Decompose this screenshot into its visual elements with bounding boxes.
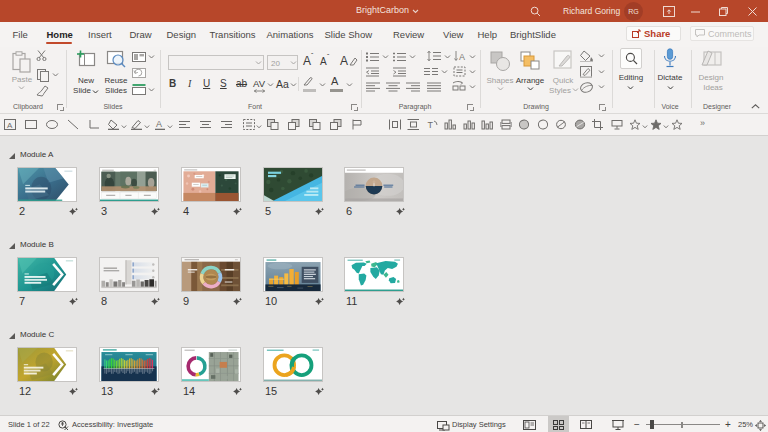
svg-text:A: A <box>459 52 465 62</box>
svg-text:A: A <box>156 119 162 129</box>
svg-text:A: A <box>7 121 13 130</box>
svg-text:T: T <box>428 120 434 130</box>
